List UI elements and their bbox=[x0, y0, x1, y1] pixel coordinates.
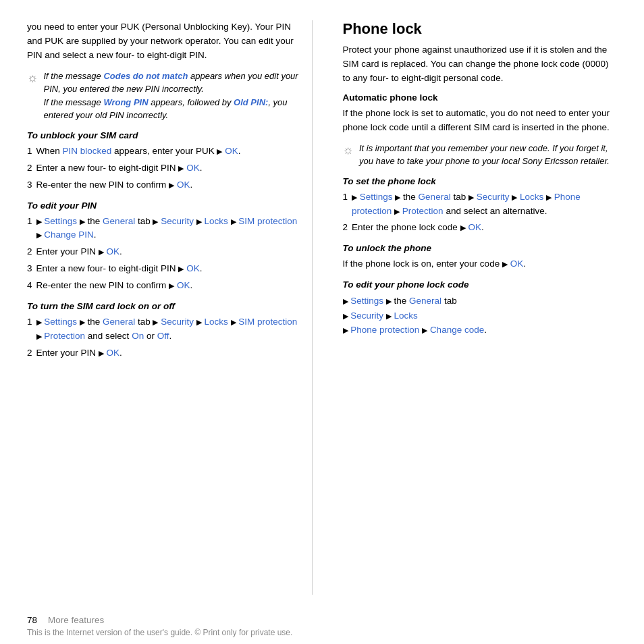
edit-pin-title: To edit your PIN bbox=[27, 200, 302, 211]
edit-code-steps: ▶ Settings ▶ the General tab ▶ Security … bbox=[343, 294, 618, 338]
footer-disclaimer: This is the Internet version of the user… bbox=[27, 628, 617, 637]
auto-lock-text: If the phone lock is set to automatic, y… bbox=[343, 107, 618, 135]
phone-lock-title: Phone lock bbox=[343, 20, 618, 38]
left-intro: you need to enter your PUK (Personal Unb… bbox=[27, 20, 302, 63]
set-lock-step-1: 1 ▶ Settings ▶ the General tab ▶ Securit… bbox=[343, 190, 618, 219]
unblock-step-2: 2 Enter a new four- to eight-digit PIN ▶… bbox=[27, 161, 302, 176]
unblock-steps: 1 When PIN blocked appears, enter your P… bbox=[27, 144, 302, 192]
set-lock-step-2: 2 Enter the phone lock code ▶ OK. bbox=[343, 221, 618, 235]
unblock-step-1: 1 When PIN blocked appears, enter your P… bbox=[27, 144, 302, 159]
edit-code-step-1: ▶ Settings ▶ the General tab bbox=[343, 294, 618, 308]
tip-text-1: If the message Codes do not match appear… bbox=[44, 70, 302, 122]
left-column: you need to enter your PUK (Personal Unb… bbox=[27, 20, 313, 595]
edit-pin-step-4: 4 Re-enter the new PIN to confirm ▶ OK. bbox=[27, 279, 302, 293]
edit-pin-step-3: 3 Enter a new four- to eight-digit PIN ▶… bbox=[27, 262, 302, 276]
unlock-phone-text: If the phone lock is on, enter your code… bbox=[343, 257, 618, 271]
page-footer: 78 More features This is the Internet ve… bbox=[0, 608, 644, 644]
content-area: you need to enter your PUK (Personal Unb… bbox=[0, 0, 644, 608]
page-number-row: 78 More features bbox=[27, 615, 617, 625]
auto-lock-title: Automatic phone lock bbox=[343, 92, 618, 103]
simlock-step-2: 2 Enter your PIN ▶ OK. bbox=[27, 346, 302, 360]
page-number: 78 bbox=[27, 615, 37, 625]
page: you need to enter your PUK (Personal Unb… bbox=[0, 0, 644, 644]
edit-pin-steps: 1 ▶ Settings ▶ the General tab ▶ Securit… bbox=[27, 215, 302, 294]
edit-code-title: To edit your phone lock code bbox=[343, 279, 618, 290]
tip-icon-1: ☼ bbox=[27, 70, 38, 122]
unlock-phone-title: To unlock the phone bbox=[343, 243, 618, 253]
turn-simlock-title: To turn the SIM card lock on or off bbox=[27, 301, 302, 311]
set-lock-title: To set the phone lock bbox=[343, 176, 618, 186]
set-lock-steps: 1 ▶ Settings ▶ the General tab ▶ Securit… bbox=[343, 190, 618, 236]
edit-pin-step-2: 2 Enter your PIN ▶ OK. bbox=[27, 245, 302, 259]
phone-lock-intro: Protect your phone against unauthorized … bbox=[343, 43, 618, 86]
unblock-sim-title: To unblock your SIM card bbox=[27, 130, 302, 140]
edit-pin-step-1: 1 ▶ Settings ▶ the General tab ▶ Securit… bbox=[27, 215, 302, 243]
unblock-step-3: 3 Re-enter the new PIN to confirm ▶ OK. bbox=[27, 178, 302, 192]
turn-simlock-steps: 1 ▶ Settings ▶ the General tab ▶ Securit… bbox=[27, 315, 302, 360]
tip-block-1: ☼ If the message Codes do not match appe… bbox=[27, 70, 302, 122]
edit-code-step-3: ▶ Phone protection ▶ Change code. bbox=[343, 323, 618, 338]
simlock-step-1: 1 ▶ Settings ▶ the General tab ▶ Securit… bbox=[27, 315, 302, 344]
page-section: More features bbox=[48, 615, 104, 625]
tip-block-2: ☼ It is important that you remember your… bbox=[343, 142, 618, 168]
edit-code-step-2: ▶ Security ▶ Locks bbox=[343, 308, 618, 323]
tip-icon-2: ☼ bbox=[343, 142, 354, 168]
tip-text-2: It is important that you remember your n… bbox=[359, 142, 617, 168]
right-column: Phone lock Protect your phone against un… bbox=[333, 20, 618, 595]
